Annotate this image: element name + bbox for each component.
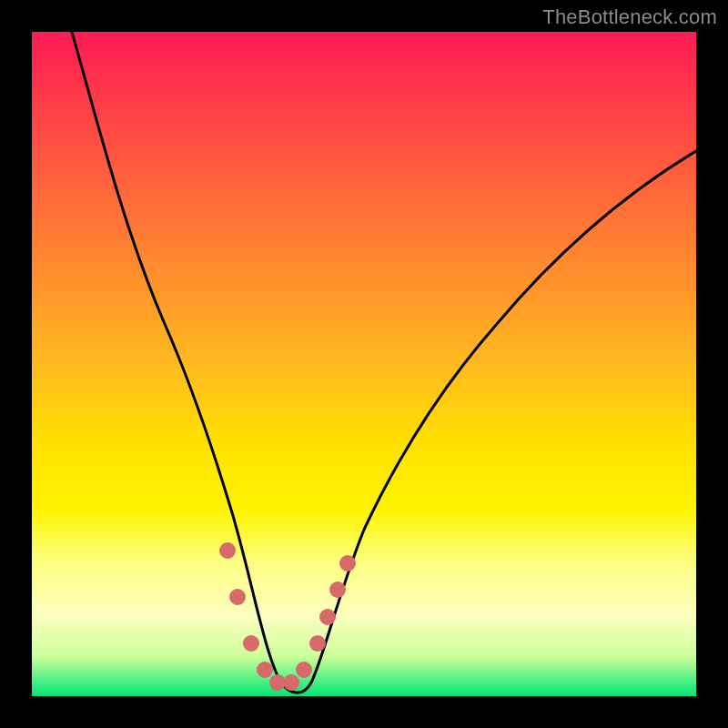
marker-cluster xyxy=(219,542,356,691)
watermark-text: TheBottleneck.com xyxy=(542,5,717,29)
marker-dot xyxy=(309,635,326,652)
marker-dot xyxy=(296,662,312,678)
marker-dot xyxy=(329,581,346,598)
marker-dot xyxy=(229,589,246,605)
marker-dot xyxy=(219,542,236,559)
marker-dot xyxy=(283,674,299,691)
marker-dot xyxy=(319,609,336,625)
bottleneck-curve-path xyxy=(72,32,696,693)
marker-dot xyxy=(339,555,356,571)
marker-dot xyxy=(243,635,259,652)
plot-area xyxy=(32,32,696,696)
curve-svg xyxy=(32,32,696,696)
chart-frame: TheBottleneck.com xyxy=(0,0,728,728)
marker-dot xyxy=(257,662,273,678)
